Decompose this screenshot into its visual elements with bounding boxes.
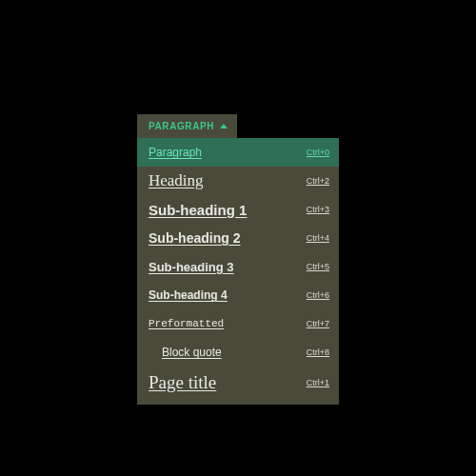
style-block-quote[interactable]: Block quoteCtrl+8 [137,338,339,367]
style-option-label: Preformatted [149,318,224,329]
style-option-shortcut: Ctrl+7 [307,319,329,328]
style-option-label: Paragraph [149,146,202,159]
style-option-shortcut: Ctrl+6 [307,290,329,300]
style-option-label: Sub-heading 2 [149,230,240,246]
paragraph-style-trigger[interactable]: Paragraph [137,114,237,138]
style-option-shortcut: Ctrl+3 [307,205,329,214]
style-subheading-3[interactable]: Sub-heading 3Ctrl+5 [137,252,339,281]
style-option-shortcut: Ctrl+2 [307,176,329,186]
style-option-label: Sub-heading 1 [149,202,247,218]
style-heading[interactable]: HeadingCtrl+2 [137,167,339,195]
style-option-shortcut: Ctrl+1 [307,378,329,387]
style-subheading-2[interactable]: Sub-heading 2Ctrl+4 [137,224,339,252]
style-option-shortcut: Ctrl+0 [307,148,329,157]
style-option-label: Block quote [149,346,222,359]
style-option-label: Sub-heading 4 [149,288,228,302]
style-option-shortcut: Ctrl+4 [307,233,329,243]
style-subheading-1[interactable]: Sub-heading 1Ctrl+3 [137,195,339,224]
style-option-label: Sub-heading 3 [149,260,234,274]
paragraph-style-dropdown: Paragraph ParagraphCtrl+0HeadingCtrl+2Su… [137,114,339,405]
paragraph-style-panel: ParagraphCtrl+0HeadingCtrl+2Sub-heading … [137,138,339,405]
style-preformatted[interactable]: PreformattedCtrl+7 [137,309,339,338]
paragraph-style-trigger-label: Paragraph [149,121,214,131]
style-option-shortcut: Ctrl+8 [307,347,329,357]
style-option-shortcut: Ctrl+5 [307,262,329,271]
style-subheading-4[interactable]: Sub-heading 4Ctrl+6 [137,281,339,309]
style-paragraph[interactable]: ParagraphCtrl+0 [137,138,339,167]
caret-up-icon [220,124,228,129]
style-option-label: Heading [149,171,204,190]
style-option-label: Page title [149,372,216,393]
style-page-title[interactable]: Page titleCtrl+1 [137,367,339,399]
